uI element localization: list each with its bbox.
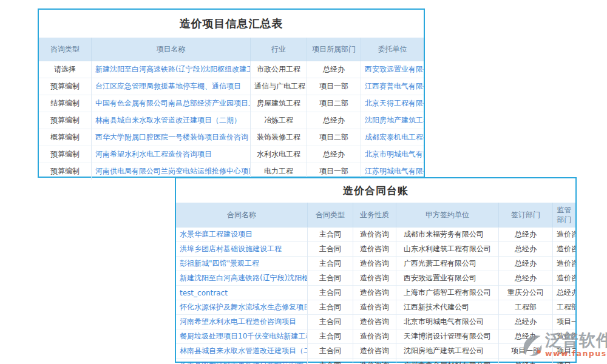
column-header: 合同类型 (308, 203, 353, 228)
column-header: 业务性质 (353, 203, 396, 228)
cell-text: 造价咨询 (353, 242, 396, 257)
column-header: 委托单位 (361, 38, 424, 61)
cell-text: 主合同 (308, 315, 353, 329)
cell-text: 装饰装修工程 (251, 129, 307, 146)
cell-text: 沈阳房地产建筑工程公司 (396, 344, 499, 359)
cost-contract-ledger-table: 合同名称合同类型业务性质甲方签约单位签订部门监管部门 水景华庭工程建设项目主合同… (176, 203, 575, 364)
cell-text: 造价咨询 (353, 257, 396, 271)
cell-text: 造价咨询 (353, 329, 396, 344)
summary-table-title: 造价项目信息汇总表 (39, 10, 424, 38)
cell-link[interactable]: 河南希望水利水电工程造价咨询项目 (92, 146, 251, 163)
cell-link[interactable]: 西安致远置业有限公司 (361, 61, 424, 78)
cell-text: 请选择 (39, 61, 92, 78)
column-header: 签订部门 (499, 203, 553, 228)
cell-text: 造价咨询 (353, 344, 396, 359)
cell-link[interactable]: 西华大学附属口腔医院一号楼装饰项目造价咨询 (92, 129, 251, 146)
cell-text: 天津博润设计管理有限公司 (396, 329, 499, 344)
cell-text: 预算编制 (39, 112, 92, 129)
cell-link[interactable]: 沈阳房地产建筑工程公司 (361, 112, 424, 129)
cell-link[interactable]: 水景华庭工程建设项目 (176, 228, 308, 242)
cell-text: 主合同 (308, 359, 353, 364)
cell-text: 主合同 (308, 344, 353, 359)
table-row: 长丰县双墩镇城市更新项目紫桐苑安置点主合同造价咨询广州鑫鑫金属材料有限公司总经办… (176, 359, 575, 364)
cell-link[interactable]: 北京市明城电气有限公司 (361, 146, 424, 163)
cell-text: 项目一部 (553, 315, 576, 329)
cell-text: 概算编制 (39, 129, 92, 146)
cell-text: 造价咨询 (353, 286, 396, 300)
cell-text: 项目一部 (499, 344, 553, 359)
cell-link[interactable]: 怀化水源保护及舞水流域水生态修复项目合同 (176, 300, 308, 315)
column-header: 咨询类型 (39, 38, 92, 61)
cell-link[interactable]: 洪埠乡团店村基础设施建设工程 (176, 242, 308, 257)
cell-text: 主合同 (308, 286, 353, 300)
table-row: test_contract主合同造价咨询上海市广德智工程有限公司重庆分公司总经办 (176, 286, 575, 300)
cell-link[interactable]: 长丰县双墩镇城市更新项目紫桐苑安置点 (176, 359, 308, 364)
cell-text: 主合同 (308, 300, 353, 315)
table-row: 结算编制中国有色金属有限公司南昌总部经济产业园项目二期房屋建筑工程项目二部北京天… (39, 95, 424, 112)
cell-text: 房屋建筑工程 (251, 95, 307, 112)
cell-text: 总经办 (553, 286, 576, 300)
cell-text: 广西光萧工程有限公司 (396, 257, 499, 271)
cell-text: 主合同 (308, 228, 353, 242)
cell-text: 总经办 (499, 271, 553, 286)
cell-link[interactable]: 林南县城自来水取水管道改迁建项目（二期） (176, 344, 308, 359)
cell-link[interactable]: 中国有色金属有限公司南昌总部经济产业园项目二期 (92, 95, 251, 112)
cell-text: 造价咨询部 (553, 329, 576, 344)
table-row: 彭祖新城"四馆"景观工程主合同造价咨询广西光萧工程有限公司总经办造价咨询部 (176, 257, 575, 271)
cell-text: 预算编制 (39, 163, 92, 180)
cell-link[interactable]: 成都宏泰机电工程有限公司 (361, 129, 424, 146)
cell-text: 工程部 (553, 300, 576, 315)
cell-text: 冶炼工程 (251, 112, 307, 129)
cell-text: 预算编制 (39, 146, 92, 163)
cell-text: 总经办 (499, 257, 553, 271)
cell-text: 江西新技术代建公司 (396, 300, 499, 315)
column-header: 合同名称 (176, 203, 308, 228)
table-row: 林南县城自来水取水管道改迁建项目（二期）主合同造价咨询沈阳房地产建筑工程公司项目… (176, 344, 575, 359)
cell-text: 工程部 (499, 300, 553, 315)
cell-text: 总经办 (499, 359, 553, 364)
cost-project-summary-table: 咨询类型项目名称行业项目所属部门委托单位 请选择新建沈阳至白河高速铁路(辽宁段)… (39, 38, 424, 180)
summary-table-body: 请选择新建沈阳至白河高速铁路(辽宁段)沈阳枢纽改建工程市政公用工程总经办西安致远… (39, 61, 424, 180)
contract-table-header: 合同名称合同类型业务性质甲方签约单位签订部门监管部门 (176, 203, 575, 228)
contract-table-title: 造价合同台账 (176, 178, 575, 203)
cell-text: 主合同 (308, 242, 353, 257)
cell-text: 总经办 (499, 315, 553, 329)
cell-text: 成都市来福劳务有限公司 (396, 228, 499, 242)
column-header: 项目所属部门 (307, 38, 361, 61)
cell-link[interactable]: 河南希望水利水电工程造价咨询项目 (176, 315, 308, 329)
table-row: 概算编制西华大学附属口腔医院一号楼装饰项目造价咨询装饰装修工程项目二部成都宏泰机… (39, 129, 424, 146)
column-header: 甲方签约单位 (396, 203, 499, 228)
cell-text: 总经办 (307, 146, 361, 163)
cell-text: 造价咨询部 (553, 242, 576, 257)
table-row: 请选择新建沈阳至白河高速铁路(辽宁段)沈阳枢纽改建工程市政公用工程总经办西安致远… (39, 61, 424, 78)
cell-link[interactable]: 台江区应急管理局救援基地停车棚、通信项目 (92, 78, 251, 95)
cell-text: 市政公用工程 (251, 61, 307, 78)
cell-text: 造价咨询 (353, 315, 396, 329)
column-header: 行业 (251, 38, 307, 61)
table-row: 预算编制河南希望水利水电工程造价咨询项目水利水电工程总经办北京市明城电气有限公司 (39, 146, 424, 163)
cell-link[interactable]: 彭祖新城"四馆"景观工程 (176, 257, 308, 271)
table-row: 预算编制台江区应急管理局救援基地停车棚、通信项目通信与广电工程项目一部江西赛普电… (39, 78, 424, 95)
cell-text: 总经办 (499, 242, 553, 257)
column-header: 监管部门 (553, 203, 576, 228)
table-row: 水景华庭工程建设项目主合同造价咨询成都市来福劳务有限公司总经办造价咨询部 (176, 228, 575, 242)
contract-table-body: 水景华庭工程建设项目主合同造价咨询成都市来福劳务有限公司总经办造价咨询部洪埠乡团… (176, 228, 575, 364)
table-row: 新建沈阳至白河高速铁路(辽宁段)沈阳枢纽改建工程主合同造价咨询西安致远置业有限公… (176, 271, 575, 286)
cell-link[interactable]: 江西赛普电气有限公司 (361, 78, 424, 95)
cell-text: 总经办 (499, 228, 553, 242)
cell-text: 上海市广德智工程有限公司 (396, 286, 499, 300)
cell-link[interactable]: 新建沈阳至白河高速铁路(辽宁段)沈阳枢纽改建工程 (176, 271, 308, 286)
cell-link[interactable]: 新建沈阳至白河高速铁路(辽宁段)沈阳枢纽改建工程 (92, 61, 251, 78)
cell-text: 总经办 (499, 329, 553, 344)
cell-link[interactable]: 餐厨垃圾处理项目10千伏变电站新建工程 (176, 329, 308, 344)
cell-link[interactable]: 林南县城自来水取水管道改迁建项目（二期） (92, 112, 251, 129)
cell-text: 总经办 (307, 61, 361, 78)
summary-table-header: 咨询类型项目名称行业项目所属部门委托单位 (39, 38, 424, 61)
cell-link[interactable]: test_contract (176, 286, 308, 300)
cell-text: 通信与广电工程 (251, 78, 307, 95)
cell-link[interactable]: 北京天得工程有限公司 (361, 95, 424, 112)
cell-text: 主合同 (308, 257, 353, 271)
cell-text: 西安致远置业有限公司 (396, 271, 499, 286)
cell-text: 总经办 (307, 112, 361, 129)
table-row: 河南希望水利水电工程造价咨询项目主合同造价咨询北京市明城电气有限公司总经办项目一… (176, 315, 575, 329)
